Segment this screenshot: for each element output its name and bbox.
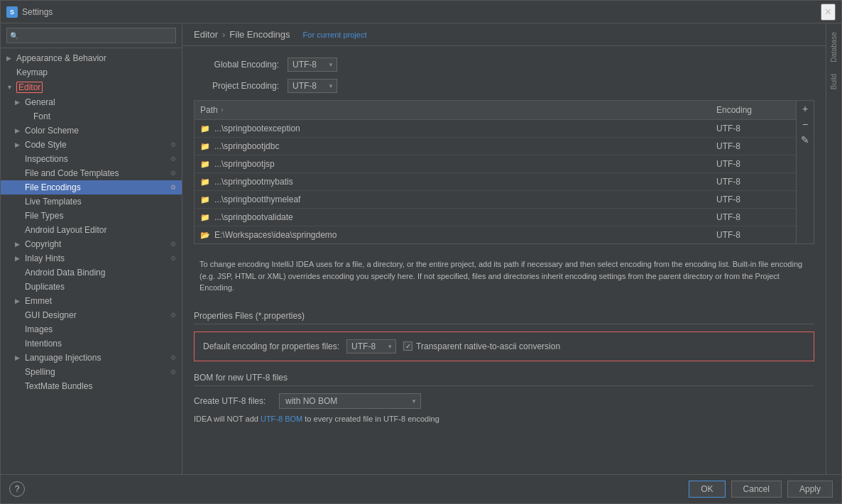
expand-icon: ▶ — [6, 55, 13, 62]
sidebar-item-general[interactable]: ▶ General — [1, 95, 182, 109]
sidebar-item-images[interactable]: Images — [1, 322, 182, 336]
bottom-bar: ? OK Cancel Apply — [1, 474, 841, 503]
settings-dialog: S Settings × ▶ Appearance & Behavior — [0, 0, 842, 504]
sidebar-item-file-types[interactable]: File Types — [1, 209, 182, 223]
for-project-link[interactable]: For current project — [303, 31, 367, 39]
remove-row-button[interactable]: − — [797, 116, 814, 132]
cell-path: 📁 ...\springbootvalidate — [195, 210, 711, 224]
settings-icon: ⚙ — [170, 241, 176, 248]
settings-icon: ⚙ — [170, 354, 176, 361]
sidebar-item-live-templates[interactable]: Live Templates — [1, 195, 182, 209]
cell-encoding: UTF-8 — [711, 157, 796, 171]
sidebar-item-gui-designer[interactable]: GUI Designer ⚙ — [1, 308, 182, 322]
cell-encoding: UTF-8 — [711, 192, 796, 207]
search-input[interactable] — [6, 28, 176, 43]
sidebar-item-code-style[interactable]: ▶ Code Style ⚙ — [1, 138, 182, 152]
table-row[interactable]: 📂 E:\Workspaces\idea\springdemo UTF-8 — [195, 226, 796, 243]
sidebar-item-label: Font — [33, 111, 50, 121]
sidebar-item-label: Duplicates — [25, 282, 65, 292]
transparent-checkbox-label: Transparent native-to-ascii conversion — [416, 341, 560, 351]
cell-encoding: UTF-8 — [711, 121, 796, 136]
props-encoding-dropdown-wrap: UTF-8 — [346, 339, 396, 354]
props-default-label: Default encoding for properties files: — [203, 341, 339, 351]
main-content: ▶ Appearance & Behavior Keymap ▼ Editor … — [1, 23, 841, 474]
table-row[interactable]: 📁 ...\springbootmybatis UTF-8 — [195, 173, 796, 191]
table-row[interactable]: 📁 ...\springbootjsp UTF-8 — [195, 155, 796, 173]
global-encoding-dropdown[interactable]: UTF-8 — [288, 57, 337, 72]
bom-dropdown-wrap: with NO BOM — [279, 393, 421, 409]
apply-button[interactable]: Apply — [787, 481, 833, 498]
transparent-checkbox-wrap[interactable]: Transparent native-to-ascii conversion — [403, 341, 560, 351]
sidebar-item-appearance[interactable]: ▶ Appearance & Behavior — [1, 51, 182, 65]
sidebar-item-copyright[interactable]: ▶ Copyright ⚙ — [1, 237, 182, 251]
sidebar-item-label: Inlay Hints — [25, 253, 65, 263]
expand-icon: ▶ — [15, 241, 22, 248]
sidebar-item-label: File Encodings — [25, 182, 81, 192]
props-encoding-dropdown[interactable]: UTF-8 — [346, 339, 396, 354]
table-row[interactable]: 📁 ...\springbootvalidate UTF-8 — [195, 209, 796, 226]
table-row[interactable]: 📁 ...\springbootjdbc UTF-8 — [195, 138, 796, 155]
sidebar-item-android-data-binding[interactable]: Android Data Binding — [1, 265, 182, 280]
sidebar-item-file-encodings[interactable]: File Encodings ⚙ — [1, 180, 182, 195]
project-encoding-row: Project Encoding: UTF-8 — [194, 79, 814, 93]
settings-tree: ▶ Appearance & Behavior Keymap ▼ Editor … — [1, 48, 182, 474]
right-tab-database[interactable]: Database — [828, 26, 840, 68]
main-panel: Editor › File Encodings For current proj… — [182, 23, 826, 474]
project-encoding-dropdown[interactable]: UTF-8 — [288, 79, 337, 93]
sidebar-item-android-layout-editor[interactable]: Android Layout Editor — [1, 223, 182, 237]
bom-section: BOM for new UTF-8 files Create UTF-8 fil… — [194, 373, 814, 423]
dialog-buttons: OK Cancel Apply — [689, 481, 833, 498]
sidebar-item-label: Android Layout Editor — [25, 225, 106, 235]
cell-encoding: UTF-8 — [711, 175, 796, 189]
search-box — [1, 23, 182, 48]
right-tabs: Database Build — [826, 23, 841, 474]
right-tab-build[interactable]: Build — [828, 68, 840, 95]
cancel-button[interactable]: Cancel — [731, 481, 782, 498]
edit-row-button[interactable]: ✎ — [797, 132, 814, 148]
add-row-button[interactable]: + — [797, 101, 814, 116]
project-encoding-dropdown-wrap: UTF-8 — [288, 79, 337, 93]
cell-path: 📁 ...\springbootjsp — [195, 157, 711, 171]
sidebar-item-emmet[interactable]: ▶ Emmet — [1, 294, 182, 308]
settings-icon: ⚙ — [170, 170, 176, 177]
sidebar-item-label: TextMate Bundles — [25, 381, 92, 391]
table-row[interactable]: 📁 ...\springbootthymeleaf UTF-8 — [195, 191, 796, 209]
cell-encoding: UTF-8 — [711, 139, 796, 153]
sidebar-item-label: Android Data Binding — [25, 268, 105, 278]
sidebar-item-inlay-hints[interactable]: ▶ Inlay Hints ⚙ — [1, 251, 182, 265]
breadcrumb-part1: Editor — [194, 29, 218, 40]
properties-section-box: Default encoding for properties files: U… — [194, 332, 814, 361]
sidebar-item-label: Language Injections — [25, 353, 101, 363]
folder-icon: 📁 — [200, 160, 210, 169]
sidebar-item-keymap[interactable]: Keymap — [1, 65, 182, 80]
sidebar-item-label: Intentions — [25, 339, 62, 349]
cell-path: 📁 ...\springbootexception — [195, 121, 711, 136]
title-bar: S Settings × — [1, 1, 841, 23]
breadcrumb-part2: File Encodings — [229, 29, 290, 40]
bom-link[interactable]: UTF-8 BOM — [261, 415, 302, 423]
sidebar-item-duplicates[interactable]: Duplicates — [1, 280, 182, 294]
global-encoding-label: Global Encoding: — [194, 60, 279, 70]
sidebar-item-intentions[interactable]: Intentions — [1, 336, 182, 351]
sidebar-item-color-scheme[interactable]: ▶ Color Scheme — [1, 124, 182, 138]
sidebar-item-language-injections[interactable]: ▶ Language Injections ⚙ — [1, 351, 182, 365]
transparent-checkbox[interactable] — [403, 341, 412, 351]
settings-icon: ⚙ — [170, 368, 176, 376]
close-button[interactable]: × — [821, 4, 836, 21]
folder-icon: 📂 — [200, 231, 210, 240]
table-row[interactable]: 📁 ...\springbootexception UTF-8 — [195, 120, 796, 138]
search-wrap — [6, 28, 176, 43]
encoding-table-outer: Path ↑ Encoding 📁 ...\springbootexce — [194, 100, 814, 244]
col-header-encoding: Encoding — [711, 103, 796, 117]
sidebar-item-textmate-bundles[interactable]: TextMate Bundles — [1, 379, 182, 393]
help-button[interactable]: ? — [9, 481, 25, 497]
expand-icon: ▶ — [15, 141, 22, 148]
bom-row: Create UTF-8 files: with NO BOM — [194, 393, 814, 409]
sidebar-item-font[interactable]: Font — [1, 109, 182, 124]
ok-button[interactable]: OK — [689, 481, 725, 498]
sidebar-item-spelling[interactable]: Spelling ⚙ — [1, 365, 182, 379]
sidebar-item-editor[interactable]: ▼ Editor — [1, 80, 182, 95]
bom-create-dropdown[interactable]: with NO BOM — [279, 393, 421, 409]
sidebar-item-inspections[interactable]: Inspections ⚙ — [1, 152, 182, 166]
sidebar-item-file-code-templates[interactable]: File and Code Templates ⚙ — [1, 166, 182, 180]
